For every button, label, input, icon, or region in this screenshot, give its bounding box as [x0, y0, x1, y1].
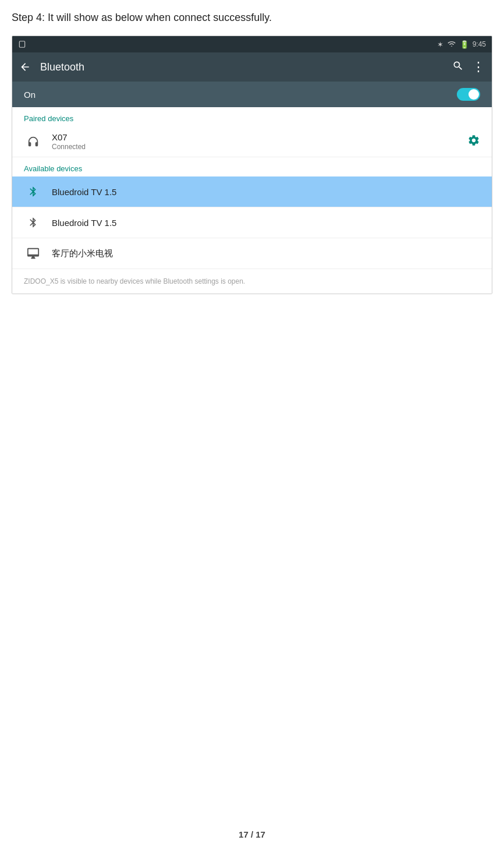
available-device-name-1: Bluedroid TV 1.5: [52, 187, 480, 197]
more-options-button[interactable]: ⋮: [472, 61, 485, 73]
headphone-icon: [24, 132, 42, 151]
page-footer: 17 / 17: [0, 829, 504, 839]
sim-icon: [18, 40, 26, 48]
paired-device-info: X07 Connected: [52, 132, 467, 151]
wifi-status-icon: [447, 40, 456, 49]
search-button[interactable]: [452, 60, 464, 75]
status-bar-left: [18, 40, 26, 48]
back-button[interactable]: [19, 61, 31, 73]
page-indicator: 17 / 17: [239, 829, 265, 839]
toggle-row: On: [12, 82, 492, 107]
app-bar: Bluetooth ⋮: [12, 52, 492, 82]
paired-device-item[interactable]: X07 Connected: [12, 126, 492, 157]
bluetooth-toggle[interactable]: [457, 88, 480, 101]
paired-device-name: X07: [52, 132, 467, 142]
available-device-name-3: 客厅的小米电视: [52, 248, 480, 259]
bluetooth-icon-2: [24, 213, 42, 232]
status-bar: ✶ 🔋 9:45: [12, 36, 492, 52]
toggle-label: On: [24, 90, 36, 100]
available-device-item-3[interactable]: 客厅的小米电视: [12, 238, 492, 269]
battery-status-icon: 🔋: [460, 40, 469, 49]
available-device-item-2[interactable]: Bluedroid TV 1.5: [12, 207, 492, 238]
available-device-info-1: Bluedroid TV 1.5: [52, 187, 480, 197]
content-area: Paired devices X07 Connected Available d…: [12, 107, 492, 294]
svg-rect-0: [19, 41, 24, 48]
bluetooth-icon-1: [24, 182, 42, 201]
bluetooth-status-icon: ✶: [437, 40, 443, 49]
available-device-item-1[interactable]: Bluedroid TV 1.5: [12, 176, 492, 207]
step-heading: Step 4: It will show as below when conne…: [0, 0, 504, 31]
status-bar-right: ✶ 🔋 9:45: [437, 40, 486, 49]
status-time: 9:45: [473, 40, 486, 48]
available-device-name-2: Bluedroid TV 1.5: [52, 218, 480, 228]
available-devices-header: Available devices: [12, 157, 492, 176]
app-bar-actions: ⋮: [452, 60, 485, 75]
app-bar-title: Bluetooth: [40, 61, 443, 73]
paired-device-settings-button[interactable]: [467, 134, 480, 150]
paired-device-status: Connected: [52, 143, 467, 151]
phone-frame: ✶ 🔋 9:45 Bluetooth: [12, 36, 492, 294]
paired-devices-header: Paired devices: [12, 107, 492, 126]
available-device-info-3: 客厅的小米电视: [52, 248, 480, 259]
monitor-icon: [24, 244, 42, 263]
available-device-info-2: Bluedroid TV 1.5: [52, 218, 480, 228]
visibility-note: ZIDOO_X5 is visible to nearby devices wh…: [12, 269, 492, 294]
